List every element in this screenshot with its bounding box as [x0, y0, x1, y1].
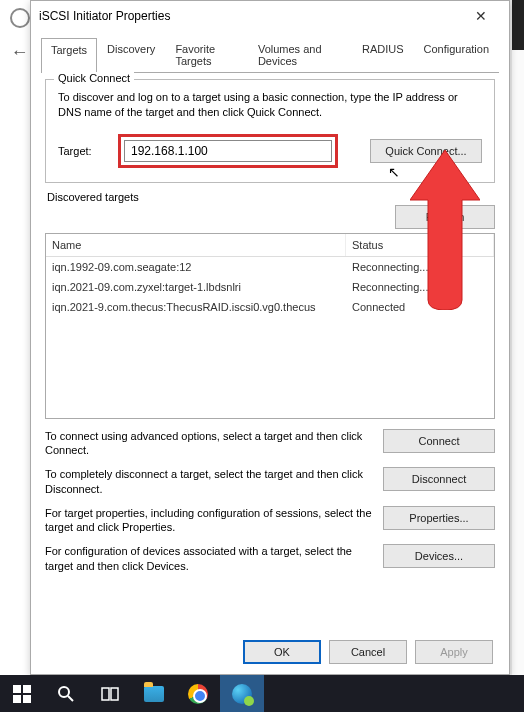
table-row[interactable]: iqn.1992-09.com.seagate:12 Reconnecting.…: [46, 257, 494, 277]
devices-help-text: For configuration of devices associated …: [45, 544, 373, 573]
tab-targets[interactable]: Targets: [41, 38, 97, 73]
search-icon: [57, 685, 75, 703]
target-input[interactable]: [124, 140, 332, 162]
tab-discovery[interactable]: Discovery: [97, 37, 165, 72]
target-label: Target:: [58, 145, 108, 157]
table-row[interactable]: iqn.2021-09.com.zyxel:target-1.lbdsnlri …: [46, 277, 494, 297]
svg-rect-2: [13, 695, 21, 703]
task-view-button[interactable]: [88, 675, 132, 712]
col-status-header[interactable]: Status: [346, 234, 494, 256]
disconnect-help-text: To completely disconnect a target, selec…: [45, 467, 373, 496]
task-view-icon: [101, 685, 119, 703]
quick-connect-button[interactable]: Quick Connect...: [370, 139, 482, 163]
chrome-icon: [188, 684, 208, 704]
svg-rect-3: [23, 695, 31, 703]
discovered-targets-list[interactable]: Name Status iqn.1992-09.com.seagate:12 R…: [45, 233, 495, 419]
properties-button[interactable]: Properties...: [383, 506, 495, 530]
chrome-button[interactable]: [176, 675, 220, 712]
refresh-button[interactable]: Refresh: [395, 205, 495, 229]
annotation-highlight-box: [118, 134, 338, 168]
quick-connect-legend: Quick Connect: [54, 72, 134, 84]
right-page-fragment: [512, 0, 524, 675]
properties-help-text: For target properties, including configu…: [45, 506, 373, 535]
connect-help-text: To connect using advanced options, selec…: [45, 429, 373, 458]
search-button[interactable]: [44, 675, 88, 712]
svg-line-5: [68, 696, 73, 701]
globe-app-icon: [232, 684, 252, 704]
quick-connect-group: Quick Connect To discover and log on to …: [45, 79, 495, 183]
table-row[interactable]: iqn.2021-9.com.thecus:ThecusRAID.iscsi0.…: [46, 297, 494, 317]
start-button[interactable]: [0, 675, 44, 712]
close-button[interactable]: ✕: [461, 8, 501, 24]
col-name-header[interactable]: Name: [46, 234, 346, 256]
iscsi-properties-dialog: iSCSI Initiator Properties ✕ Targets Dis…: [30, 0, 510, 675]
globe-icon: [10, 8, 30, 28]
quick-connect-description: To discover and log on to a target using…: [58, 90, 482, 120]
list-header: Name Status: [46, 234, 494, 257]
cancel-button[interactable]: Cancel: [329, 640, 407, 664]
titlebar: iSCSI Initiator Properties ✕: [31, 1, 509, 31]
dialog-button-row: OK Cancel Apply: [243, 640, 493, 664]
devices-button[interactable]: Devices...: [383, 544, 495, 568]
folder-icon: [144, 686, 164, 702]
ok-button[interactable]: OK: [243, 640, 321, 664]
discovered-targets-label: Discovered targets: [47, 191, 495, 203]
svg-rect-6: [102, 688, 109, 700]
tab-content: Quick Connect To discover and log on to …: [31, 73, 509, 589]
svg-rect-0: [13, 685, 21, 693]
svg-rect-7: [111, 688, 118, 700]
apply-button[interactable]: Apply: [415, 640, 493, 664]
file-explorer-button[interactable]: [132, 675, 176, 712]
window-title: iSCSI Initiator Properties: [39, 9, 461, 23]
tab-strip: Targets Discovery Favorite Targets Volum…: [31, 31, 509, 72]
connect-button[interactable]: Connect: [383, 429, 495, 453]
windows-icon: [13, 685, 31, 703]
svg-rect-1: [23, 685, 31, 693]
app-button[interactable]: [220, 675, 264, 712]
disconnect-button[interactable]: Disconnect: [383, 467, 495, 491]
svg-point-4: [59, 687, 69, 697]
tab-radius[interactable]: RADIUS: [352, 37, 414, 72]
tab-favorite-targets[interactable]: Favorite Targets: [165, 37, 248, 72]
windows-taskbar[interactable]: [0, 675, 524, 712]
tab-configuration[interactable]: Configuration: [414, 37, 499, 72]
tab-volumes-devices[interactable]: Volumes and Devices: [248, 37, 352, 72]
